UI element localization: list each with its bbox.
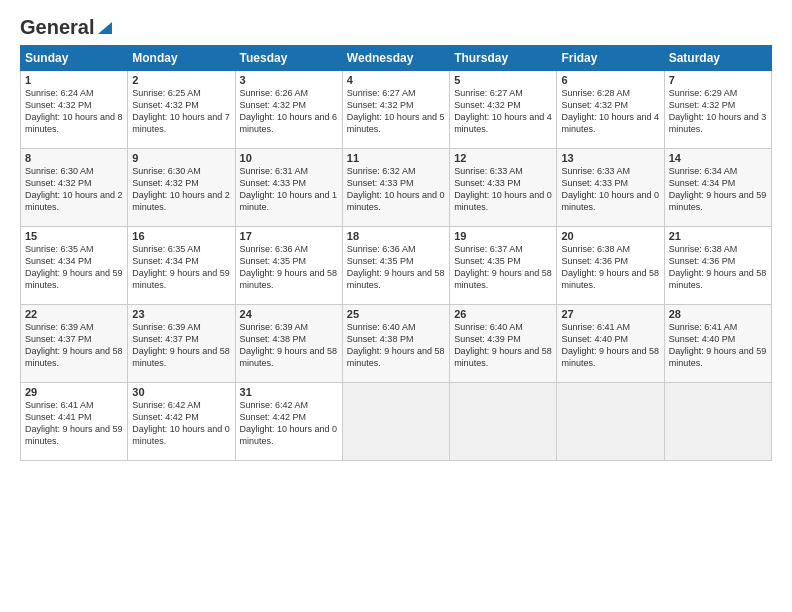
day-info: Sunrise: 6:38 AMSunset: 4:36 PMDaylight:… xyxy=(669,243,767,292)
calendar-cell xyxy=(557,383,664,461)
calendar-cell: 10Sunrise: 6:31 AMSunset: 4:33 PMDayligh… xyxy=(235,149,342,227)
calendar-cell: 20Sunrise: 6:38 AMSunset: 4:36 PMDayligh… xyxy=(557,227,664,305)
calendar-cell: 15Sunrise: 6:35 AMSunset: 4:34 PMDayligh… xyxy=(21,227,128,305)
day-number: 14 xyxy=(669,152,767,164)
header-cell-thursday: Thursday xyxy=(450,46,557,71)
day-info: Sunrise: 6:40 AMSunset: 4:38 PMDaylight:… xyxy=(347,321,445,370)
calendar-cell: 28Sunrise: 6:41 AMSunset: 4:40 PMDayligh… xyxy=(664,305,771,383)
page: General SundayMondayTuesdayWednesdayThur… xyxy=(0,0,792,612)
header: General xyxy=(20,16,772,35)
day-number: 9 xyxy=(132,152,230,164)
day-info: Sunrise: 6:33 AMSunset: 4:33 PMDaylight:… xyxy=(561,165,659,214)
calendar-cell: 29Sunrise: 6:41 AMSunset: 4:41 PMDayligh… xyxy=(21,383,128,461)
day-info: Sunrise: 6:39 AMSunset: 4:37 PMDaylight:… xyxy=(132,321,230,370)
day-info: Sunrise: 6:33 AMSunset: 4:33 PMDaylight:… xyxy=(454,165,552,214)
header-cell-tuesday: Tuesday xyxy=(235,46,342,71)
calendar-cell: 8Sunrise: 6:30 AMSunset: 4:32 PMDaylight… xyxy=(21,149,128,227)
day-info: Sunrise: 6:24 AMSunset: 4:32 PMDaylight:… xyxy=(25,87,123,136)
day-info: Sunrise: 6:41 AMSunset: 4:40 PMDaylight:… xyxy=(669,321,767,370)
day-number: 22 xyxy=(25,308,123,320)
day-number: 25 xyxy=(347,308,445,320)
day-number: 12 xyxy=(454,152,552,164)
day-info: Sunrise: 6:39 AMSunset: 4:38 PMDaylight:… xyxy=(240,321,338,370)
day-number: 16 xyxy=(132,230,230,242)
day-info: Sunrise: 6:25 AMSunset: 4:32 PMDaylight:… xyxy=(132,87,230,136)
header-cell-friday: Friday xyxy=(557,46,664,71)
header-row: SundayMondayTuesdayWednesdayThursdayFrid… xyxy=(21,46,772,71)
day-number: 26 xyxy=(454,308,552,320)
calendar-cell: 27Sunrise: 6:41 AMSunset: 4:40 PMDayligh… xyxy=(557,305,664,383)
calendar-row-1: 8Sunrise: 6:30 AMSunset: 4:32 PMDaylight… xyxy=(21,149,772,227)
day-info: Sunrise: 6:39 AMSunset: 4:37 PMDaylight:… xyxy=(25,321,123,370)
calendar-row-3: 22Sunrise: 6:39 AMSunset: 4:37 PMDayligh… xyxy=(21,305,772,383)
calendar-cell xyxy=(450,383,557,461)
calendar-cell: 18Sunrise: 6:36 AMSunset: 4:35 PMDayligh… xyxy=(342,227,449,305)
calendar-row-0: 1Sunrise: 6:24 AMSunset: 4:32 PMDaylight… xyxy=(21,71,772,149)
day-info: Sunrise: 6:38 AMSunset: 4:36 PMDaylight:… xyxy=(561,243,659,292)
svg-marker-0 xyxy=(98,22,112,34)
day-info: Sunrise: 6:30 AMSunset: 4:32 PMDaylight:… xyxy=(132,165,230,214)
day-info: Sunrise: 6:42 AMSunset: 4:42 PMDaylight:… xyxy=(132,399,230,448)
day-info: Sunrise: 6:32 AMSunset: 4:33 PMDaylight:… xyxy=(347,165,445,214)
header-cell-saturday: Saturday xyxy=(664,46,771,71)
day-number: 6 xyxy=(561,74,659,86)
header-cell-sunday: Sunday xyxy=(21,46,128,71)
header-cell-monday: Monday xyxy=(128,46,235,71)
day-info: Sunrise: 6:31 AMSunset: 4:33 PMDaylight:… xyxy=(240,165,338,214)
day-number: 15 xyxy=(25,230,123,242)
calendar-row-4: 29Sunrise: 6:41 AMSunset: 4:41 PMDayligh… xyxy=(21,383,772,461)
day-number: 3 xyxy=(240,74,338,86)
day-info: Sunrise: 6:41 AMSunset: 4:40 PMDaylight:… xyxy=(561,321,659,370)
day-number: 1 xyxy=(25,74,123,86)
calendar-cell: 2Sunrise: 6:25 AMSunset: 4:32 PMDaylight… xyxy=(128,71,235,149)
day-info: Sunrise: 6:26 AMSunset: 4:32 PMDaylight:… xyxy=(240,87,338,136)
day-number: 24 xyxy=(240,308,338,320)
calendar-cell: 19Sunrise: 6:37 AMSunset: 4:35 PMDayligh… xyxy=(450,227,557,305)
day-info: Sunrise: 6:28 AMSunset: 4:32 PMDaylight:… xyxy=(561,87,659,136)
calendar-cell: 3Sunrise: 6:26 AMSunset: 4:32 PMDaylight… xyxy=(235,71,342,149)
calendar-cell: 12Sunrise: 6:33 AMSunset: 4:33 PMDayligh… xyxy=(450,149,557,227)
calendar-cell: 11Sunrise: 6:32 AMSunset: 4:33 PMDayligh… xyxy=(342,149,449,227)
calendar-cell: 26Sunrise: 6:40 AMSunset: 4:39 PMDayligh… xyxy=(450,305,557,383)
calendar-row-2: 15Sunrise: 6:35 AMSunset: 4:34 PMDayligh… xyxy=(21,227,772,305)
calendar-cell: 7Sunrise: 6:29 AMSunset: 4:32 PMDaylight… xyxy=(664,71,771,149)
day-info: Sunrise: 6:35 AMSunset: 4:34 PMDaylight:… xyxy=(132,243,230,292)
day-number: 17 xyxy=(240,230,338,242)
day-info: Sunrise: 6:29 AMSunset: 4:32 PMDaylight:… xyxy=(669,87,767,136)
day-info: Sunrise: 6:37 AMSunset: 4:35 PMDaylight:… xyxy=(454,243,552,292)
day-number: 5 xyxy=(454,74,552,86)
calendar-cell xyxy=(664,383,771,461)
day-number: 18 xyxy=(347,230,445,242)
day-number: 27 xyxy=(561,308,659,320)
calendar-cell: 16Sunrise: 6:35 AMSunset: 4:34 PMDayligh… xyxy=(128,227,235,305)
calendar-cell: 13Sunrise: 6:33 AMSunset: 4:33 PMDayligh… xyxy=(557,149,664,227)
day-number: 7 xyxy=(669,74,767,86)
day-number: 20 xyxy=(561,230,659,242)
calendar-cell: 23Sunrise: 6:39 AMSunset: 4:37 PMDayligh… xyxy=(128,305,235,383)
calendar-cell: 17Sunrise: 6:36 AMSunset: 4:35 PMDayligh… xyxy=(235,227,342,305)
day-number: 28 xyxy=(669,308,767,320)
day-info: Sunrise: 6:40 AMSunset: 4:39 PMDaylight:… xyxy=(454,321,552,370)
day-number: 21 xyxy=(669,230,767,242)
day-number: 13 xyxy=(561,152,659,164)
calendar-cell: 30Sunrise: 6:42 AMSunset: 4:42 PMDayligh… xyxy=(128,383,235,461)
calendar-cell: 14Sunrise: 6:34 AMSunset: 4:34 PMDayligh… xyxy=(664,149,771,227)
calendar-body: 1Sunrise: 6:24 AMSunset: 4:32 PMDaylight… xyxy=(21,71,772,461)
day-number: 29 xyxy=(25,386,123,398)
calendar-cell: 25Sunrise: 6:40 AMSunset: 4:38 PMDayligh… xyxy=(342,305,449,383)
header-cell-wednesday: Wednesday xyxy=(342,46,449,71)
day-info: Sunrise: 6:42 AMSunset: 4:42 PMDaylight:… xyxy=(240,399,338,448)
day-number: 30 xyxy=(132,386,230,398)
day-info: Sunrise: 6:27 AMSunset: 4:32 PMDaylight:… xyxy=(454,87,552,136)
day-number: 4 xyxy=(347,74,445,86)
calendar-cell: 1Sunrise: 6:24 AMSunset: 4:32 PMDaylight… xyxy=(21,71,128,149)
day-info: Sunrise: 6:36 AMSunset: 4:35 PMDaylight:… xyxy=(240,243,338,292)
calendar-cell xyxy=(342,383,449,461)
day-number: 11 xyxy=(347,152,445,164)
calendar-cell: 21Sunrise: 6:38 AMSunset: 4:36 PMDayligh… xyxy=(664,227,771,305)
calendar-cell: 31Sunrise: 6:42 AMSunset: 4:42 PMDayligh… xyxy=(235,383,342,461)
calendar-cell: 6Sunrise: 6:28 AMSunset: 4:32 PMDaylight… xyxy=(557,71,664,149)
day-info: Sunrise: 6:34 AMSunset: 4:34 PMDaylight:… xyxy=(669,165,767,214)
logo-triangle-icon xyxy=(96,18,114,36)
day-number: 31 xyxy=(240,386,338,398)
